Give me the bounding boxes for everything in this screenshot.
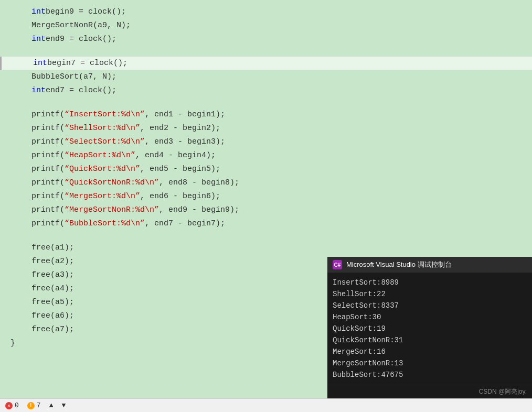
console-result-7: MergeSort:16 [333,346,527,357]
code-line-printf-5: printf(“QuickSort:%d\n”, end5 - begin5); [0,162,532,176]
console-result-4: HeapSort:30 [333,311,527,323]
console-result-3: SelectSort:8337 [333,300,527,311]
nav-down[interactable]: ▼ [61,402,66,409]
code-line-printf-1: printf(“InsertSort:%d\n”, end1 - begin1)… [0,108,532,122]
vs-icon: C# [333,260,342,269]
console-result-1: InsertSort:8989 [333,277,527,288]
console-result-9: BubbleSort:47675 [333,369,527,381]
code-line-printf-2: printf(“ShellSort:%d\n”, end2 - begin2); [0,122,532,135]
code-line-free-1: free(a1); [0,241,532,255]
code-line-6: BubbleSort(a7, N); [0,70,532,84]
nav-up[interactable]: ▲ [49,402,54,409]
console-result-5: QuickSort:19 [333,323,527,334]
warning-count: ! 7 [27,402,41,409]
code-line-empty-1 [0,46,532,57]
code-line-5: int begin7 = clock(); [0,57,532,70]
error-icon: ✕ [5,402,13,409]
console-title: Microsoft Visual Studio 调试控制台 [346,260,452,269]
warning-count-label: 7 [37,402,41,409]
code-line-printf-8: printf(“MergeSortNonR:%d\n”, end9 - begi… [0,203,532,217]
console-footer: CSDN @阿亮joy. [327,385,532,398]
console-result-2: ShellSort:22 [333,288,527,300]
code-line-2: MergeSortNonR(a9, N); [0,19,532,32]
console-panel: C# Microsoft Visual Studio 调试控制台 InsertS… [327,257,532,398]
code-line-printf-4: printf(“HeapSort:%d\n”, end4 - begin4); [0,149,532,162]
code-line-printf-6: printf(“QuickSortNonR:%d\n”, end8 - begi… [0,176,532,190]
code-line-7: int end7 = clock(); [0,84,532,97]
code-line-3: int end9 = clock(); [0,32,532,46]
console-result-6: QuickSortNonR:31 [333,334,527,346]
code-line-1: int begin9 = clock(); [0,5,532,19]
console-output: InsertSort:8989 ShellSort:22 SelectSort:… [327,273,532,385]
code-line-printf-9: printf(“BubbleSort:%d\n”, end7 - begin7)… [0,217,532,231]
code-line-printf-3: printf(“SelectSort:%d\n”, end3 - begin3)… [0,135,532,149]
error-count: ✕ 0 [5,402,19,409]
status-bar: ✕ 0 ! 7 ▲ ▼ [0,398,532,412]
code-line-empty-3 [0,231,532,241]
error-count-label: 0 [15,402,19,409]
code-line-printf-7: printf(“MergeSort:%d\n”, end6 - begin6); [0,190,532,203]
code-line-empty-2 [0,97,532,108]
warning-icon: ! [27,402,35,409]
console-titlebar: C# Microsoft Visual Studio 调试控制台 [327,257,532,273]
console-result-8: MergeSortNonR:13 [333,357,527,369]
